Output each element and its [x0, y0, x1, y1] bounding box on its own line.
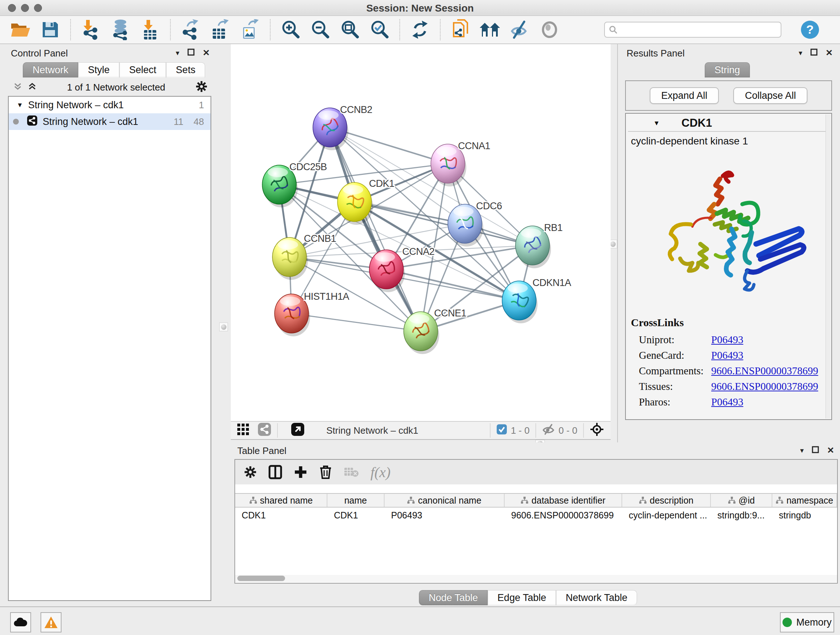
- panel-float-icon[interactable]: [812, 445, 819, 455]
- export-image-icon[interactable]: [239, 19, 261, 41]
- left-splitter-handle[interactable]: [219, 323, 228, 331]
- compartments-link[interactable]: 9606.ENSP00000378699: [711, 365, 818, 377]
- network-node-ccna2[interactable]: CCNA2: [369, 246, 434, 292]
- expand-all-networks-icon[interactable]: [27, 82, 37, 93]
- export-table-icon[interactable]: [209, 19, 232, 41]
- zoom-out-icon[interactable]: [309, 19, 332, 41]
- column-header-description[interactable]: description: [622, 494, 711, 507]
- tab-network-table[interactable]: Network Table: [556, 590, 638, 605]
- selected-checkbox-icon[interactable]: [496, 424, 507, 437]
- network-node-cdk1[interactable]: CDK1: [338, 178, 394, 225]
- clone-network-icon[interactable]: [449, 19, 472, 41]
- import-network-icon[interactable]: [80, 19, 102, 41]
- column-header--id[interactable]: @id: [711, 494, 772, 507]
- home-pages-icon[interactable]: [479, 19, 501, 41]
- show-columns-icon[interactable]: [268, 465, 282, 479]
- network-node-cdkn1a[interactable]: CDKN1A: [502, 277, 571, 323]
- network-node-ccnb2[interactable]: CCNB2: [313, 104, 372, 150]
- memory-button[interactable]: Memory: [780, 612, 834, 632]
- pharos-link[interactable]: P06493: [711, 396, 744, 408]
- network-node-rb1[interactable]: RB1: [515, 222, 562, 268]
- tab-style[interactable]: Style: [78, 62, 119, 78]
- tissues-link[interactable]: 9606.ENSP00000378699: [711, 380, 818, 393]
- column-header-database-identifier[interactable]: database identifier: [505, 494, 622, 507]
- column-header-namespace[interactable]: namespace: [772, 494, 837, 507]
- show-all-icon[interactable]: [538, 19, 561, 41]
- help-icon[interactable]: ?: [799, 19, 821, 41]
- zoom-selected-icon[interactable]: [368, 19, 391, 41]
- network-row[interactable]: String Network – cdk1 11 48: [9, 113, 210, 130]
- network-node-hist1h1a[interactable]: HIST1H1A: [275, 291, 349, 336]
- entry-collapse-icon[interactable]: ▼: [653, 119, 660, 127]
- node-entry-header[interactable]: ▼ CDK1: [628, 115, 826, 132]
- network-share-icon[interactable]: [257, 423, 271, 439]
- zoom-in-icon[interactable]: [279, 19, 302, 41]
- network-edge[interactable]: [386, 269, 519, 301]
- warnings-button[interactable]: [41, 612, 62, 632]
- expand-all-button[interactable]: Expand All: [650, 87, 719, 104]
- fit-content-crosshair-icon[interactable]: [590, 422, 604, 439]
- network-attribute-icon: [775, 496, 783, 504]
- table-cell[interactable]: CDK1: [327, 508, 385, 522]
- table-cell[interactable]: 9606.ENSP00000378699: [505, 508, 622, 522]
- table-cell[interactable]: CDK1: [235, 508, 327, 522]
- control-panel-title: Control Panel: [11, 48, 68, 59]
- uniprot-link[interactable]: P06493: [711, 334, 744, 346]
- add-column-icon[interactable]: [294, 465, 308, 479]
- column-header-name[interactable]: name: [327, 494, 385, 507]
- scrollbar-thumb[interactable]: [237, 576, 285, 581]
- cloud-status-button[interactable]: [10, 612, 31, 632]
- network-canvas[interactable]: CCNB2CCNA1CDC25BCDK1CDC6RB1CCNB1CCNA2CDK…: [231, 44, 611, 421]
- table-cell[interactable]: stringdb: [772, 508, 837, 522]
- panel-close-icon[interactable]: ✕: [202, 48, 210, 58]
- results-vertical-scrollbar[interactable]: [826, 114, 831, 418]
- tab-edge-table[interactable]: Edge Table: [488, 590, 556, 605]
- network-options-gear-icon[interactable]: [195, 80, 208, 94]
- import-database-icon[interactable]: [109, 19, 132, 41]
- tab-network[interactable]: Network: [23, 62, 78, 78]
- hide-selected-icon[interactable]: [508, 19, 531, 41]
- table-cell[interactable]: cyclin-dependent ...: [622, 508, 711, 522]
- save-session-icon[interactable]: [39, 19, 62, 41]
- network-graph[interactable]: CCNB2CCNA1CDC25BCDK1CDC6RB1CCNB1CCNA2CDK…: [231, 44, 611, 421]
- network-node-ccnb1[interactable]: CCNB1: [272, 233, 336, 280]
- import-table-icon[interactable]: [139, 19, 161, 41]
- table-gear-icon[interactable]: [244, 466, 257, 478]
- export-network-icon[interactable]: [180, 19, 202, 41]
- column-header-canonical-name[interactable]: canonical name: [385, 494, 505, 507]
- open-in-browser-icon[interactable]: [291, 423, 305, 439]
- delete-column-icon[interactable]: [319, 464, 332, 480]
- tree-expand-icon[interactable]: ▼: [17, 101, 23, 109]
- zoom-fit-icon[interactable]: [339, 19, 361, 41]
- tab-node-table[interactable]: Node Table: [419, 590, 488, 605]
- column-header-shared-name[interactable]: shared name: [235, 494, 327, 507]
- table-cell[interactable]: stringdb:9...: [711, 508, 772, 522]
- network-node-ccna1[interactable]: CCNA1: [431, 141, 490, 187]
- tab-string[interactable]: String: [705, 62, 750, 78]
- open-session-icon[interactable]: [9, 19, 32, 41]
- hidden-eye-icon[interactable]: [542, 424, 555, 437]
- table-horizontal-scrollbar[interactable]: [235, 575, 837, 582]
- panel-float-icon[interactable]: [187, 48, 195, 58]
- panel-close-icon[interactable]: ✕: [827, 445, 834, 455]
- panel-close-icon[interactable]: ✕: [826, 48, 833, 58]
- tab-sets[interactable]: Sets: [166, 62, 205, 78]
- search-input[interactable]: [604, 22, 782, 38]
- tab-select[interactable]: Select: [119, 62, 166, 78]
- search-field[interactable]: [618, 25, 770, 35]
- genecard-link[interactable]: P06493: [711, 349, 744, 361]
- network-node-ccne1[interactable]: CCNE1: [404, 308, 466, 354]
- refresh-layout-icon[interactable]: [409, 19, 431, 41]
- collapse-all-networks-icon[interactable]: [13, 82, 22, 93]
- birds-eye-view-icon[interactable]: [237, 423, 249, 439]
- network-node-cdc6[interactable]: CDC6: [448, 201, 502, 247]
- network-edge[interactable]: [292, 314, 421, 331]
- panel-collapse-icon[interactable]: ▾: [800, 446, 804, 455]
- panel-collapse-icon[interactable]: ▾: [799, 49, 802, 57]
- panel-float-icon[interactable]: [810, 48, 818, 58]
- table-cell[interactable]: P06493: [385, 508, 505, 522]
- collapse-all-button[interactable]: Collapse All: [733, 87, 807, 104]
- panel-collapse-icon[interactable]: ▾: [176, 49, 180, 57]
- table-row[interactable]: CDK1CDK1P064939606.ENSP00000378699cyclin…: [235, 508, 837, 522]
- network-collection-row[interactable]: ▼ String Network – cdk1 1: [9, 97, 210, 113]
